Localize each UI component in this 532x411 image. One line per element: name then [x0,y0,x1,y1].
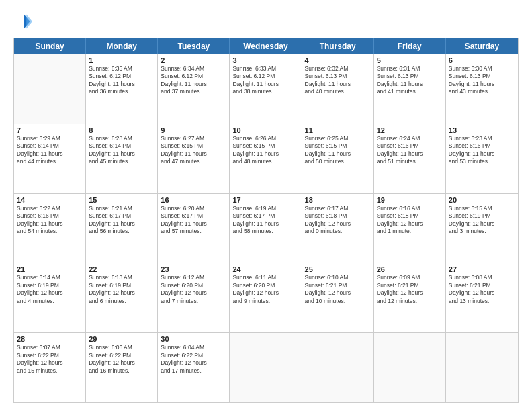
svg-marker-1 [26,15,32,29]
day-info: Sunrise: 6:15 AM Sunset: 6:19 PM Dayligh… [449,205,515,236]
day-cell-11: 11Sunrise: 6:25 AM Sunset: 6:15 PM Dayli… [302,124,374,193]
day-info: Sunrise: 6:31 AM Sunset: 6:13 PM Dayligh… [377,65,443,96]
day-cell-25: 25Sunrise: 6:10 AM Sunset: 6:21 PM Dayli… [302,263,374,332]
day-info: Sunrise: 6:16 AM Sunset: 6:18 PM Dayligh… [377,205,443,236]
day-cell-18: 18Sunrise: 6:17 AM Sunset: 6:18 PM Dayli… [302,194,374,263]
day-cell-8: 8Sunrise: 6:28 AM Sunset: 6:14 PM Daylig… [86,124,158,193]
day-number: 4 [305,56,371,64]
day-cell-5: 5Sunrise: 6:31 AM Sunset: 6:13 PM Daylig… [374,54,446,124]
calendar-row-4: 28Sunrise: 6:07 AM Sunset: 6:22 PM Dayli… [14,332,518,402]
day-number: 21 [17,265,83,273]
day-number: 1 [89,56,154,64]
day-number: 17 [232,196,298,204]
day-number: 28 [17,335,83,343]
day-info: Sunrise: 6:35 AM Sunset: 6:12 PM Dayligh… [89,65,154,96]
day-info: Sunrise: 6:28 AM Sunset: 6:14 PM Dayligh… [89,135,154,166]
weekday-header-monday: Monday [86,38,158,54]
day-info: Sunrise: 6:11 AM Sunset: 6:20 PM Dayligh… [232,274,298,305]
day-number: 25 [305,265,371,273]
day-cell-22: 22Sunrise: 6:13 AM Sunset: 6:19 PM Dayli… [86,263,158,332]
calendar-row-0: 1Sunrise: 6:35 AM Sunset: 6:12 PM Daylig… [14,54,518,124]
day-info: Sunrise: 6:17 AM Sunset: 6:18 PM Dayligh… [305,205,371,236]
weekday-header-thursday: Thursday [302,38,374,54]
day-number: 8 [89,126,154,134]
day-number: 24 [232,265,298,273]
day-info: Sunrise: 6:24 AM Sunset: 6:16 PM Dayligh… [377,135,443,166]
header [13,12,519,31]
day-number: 30 [161,335,226,343]
day-info: Sunrise: 6:13 AM Sunset: 6:19 PM Dayligh… [89,274,154,305]
calendar: SundayMondayTuesdayWednesdayThursdayFrid… [13,38,519,403]
day-number: 16 [161,196,226,204]
day-info: Sunrise: 6:26 AM Sunset: 6:15 PM Dayligh… [232,135,298,166]
day-info: Sunrise: 6:29 AM Sunset: 6:14 PM Dayligh… [17,135,83,166]
day-cell-15: 15Sunrise: 6:21 AM Sunset: 6:17 PM Dayli… [86,194,158,263]
day-info: Sunrise: 6:34 AM Sunset: 6:12 PM Dayligh… [161,65,226,96]
day-number: 3 [232,56,298,64]
day-number: 13 [449,126,515,134]
weekday-header-friday: Friday [374,38,446,54]
day-cell-24: 24Sunrise: 6:11 AM Sunset: 6:20 PM Dayli… [230,263,302,332]
day-number: 5 [377,56,443,64]
page: SundayMondayTuesdayWednesdayThursdayFrid… [0,0,532,411]
day-cell-26: 26Sunrise: 6:09 AM Sunset: 6:21 PM Dayli… [374,263,446,332]
day-info: Sunrise: 6:08 AM Sunset: 6:21 PM Dayligh… [449,274,515,305]
day-info: Sunrise: 6:22 AM Sunset: 6:16 PM Dayligh… [17,205,83,236]
day-info: Sunrise: 6:25 AM Sunset: 6:15 PM Dayligh… [305,135,371,166]
calendar-row-1: 7Sunrise: 6:29 AM Sunset: 6:14 PM Daylig… [14,124,518,193]
day-cell-19: 19Sunrise: 6:16 AM Sunset: 6:18 PM Dayli… [374,194,446,263]
day-info: Sunrise: 6:14 AM Sunset: 6:19 PM Dayligh… [17,274,83,305]
day-info: Sunrise: 6:04 AM Sunset: 6:22 PM Dayligh… [161,344,226,375]
day-number: 12 [377,126,443,134]
day-cell-14: 14Sunrise: 6:22 AM Sunset: 6:16 PM Dayli… [14,194,86,263]
day-cell-21: 21Sunrise: 6:14 AM Sunset: 6:19 PM Dayli… [14,263,86,332]
day-number: 26 [377,265,443,273]
empty-cell [446,333,518,402]
day-number: 15 [89,196,154,204]
day-info: Sunrise: 6:20 AM Sunset: 6:17 PM Dayligh… [161,205,226,236]
day-number: 23 [161,265,226,273]
weekday-header-saturday: Saturday [446,38,518,54]
day-cell-1: 1Sunrise: 6:35 AM Sunset: 6:12 PM Daylig… [86,54,158,124]
calendar-row-2: 14Sunrise: 6:22 AM Sunset: 6:16 PM Dayli… [14,193,518,263]
day-info: Sunrise: 6:32 AM Sunset: 6:13 PM Dayligh… [305,65,371,96]
day-cell-28: 28Sunrise: 6:07 AM Sunset: 6:22 PM Dayli… [14,333,86,402]
day-cell-29: 29Sunrise: 6:06 AM Sunset: 6:22 PM Dayli… [86,333,158,402]
calendar-row-3: 21Sunrise: 6:14 AM Sunset: 6:19 PM Dayli… [14,263,518,332]
weekday-header-sunday: Sunday [14,38,86,54]
day-cell-6: 6Sunrise: 6:30 AM Sunset: 6:13 PM Daylig… [446,54,518,124]
day-cell-20: 20Sunrise: 6:15 AM Sunset: 6:19 PM Dayli… [446,194,518,263]
day-info: Sunrise: 6:12 AM Sunset: 6:20 PM Dayligh… [161,274,226,305]
day-info: Sunrise: 6:21 AM Sunset: 6:17 PM Dayligh… [89,205,154,236]
weekday-header-wednesday: Wednesday [230,38,302,54]
day-number: 7 [17,126,83,134]
day-number: 14 [17,196,83,204]
calendar-body: 1Sunrise: 6:35 AM Sunset: 6:12 PM Daylig… [14,54,518,402]
day-number: 9 [161,126,226,134]
day-cell-9: 9Sunrise: 6:27 AM Sunset: 6:15 PM Daylig… [158,124,230,193]
day-number: 22 [89,265,154,273]
day-number: 27 [449,265,515,273]
weekday-header-tuesday: Tuesday [158,38,230,54]
empty-cell [374,333,446,402]
day-cell-17: 17Sunrise: 6:19 AM Sunset: 6:17 PM Dayli… [230,194,302,263]
day-cell-2: 2Sunrise: 6:34 AM Sunset: 6:12 PM Daylig… [158,54,230,124]
logo [13,12,34,31]
day-info: Sunrise: 6:27 AM Sunset: 6:15 PM Dayligh… [161,135,226,166]
day-info: Sunrise: 6:10 AM Sunset: 6:21 PM Dayligh… [305,274,371,305]
empty-cell [14,54,86,124]
day-info: Sunrise: 6:23 AM Sunset: 6:16 PM Dayligh… [449,135,515,166]
empty-cell [230,333,302,402]
day-cell-27: 27Sunrise: 6:08 AM Sunset: 6:21 PM Dayli… [446,263,518,332]
empty-cell [302,333,374,402]
day-info: Sunrise: 6:07 AM Sunset: 6:22 PM Dayligh… [17,344,83,375]
day-info: Sunrise: 6:33 AM Sunset: 6:12 PM Dayligh… [232,65,298,96]
day-cell-13: 13Sunrise: 6:23 AM Sunset: 6:16 PM Dayli… [446,124,518,193]
day-cell-4: 4Sunrise: 6:32 AM Sunset: 6:13 PM Daylig… [302,54,374,124]
generalblue-icon [13,12,32,31]
day-cell-23: 23Sunrise: 6:12 AM Sunset: 6:20 PM Dayli… [158,263,230,332]
day-cell-16: 16Sunrise: 6:20 AM Sunset: 6:17 PM Dayli… [158,194,230,263]
day-number: 6 [449,56,515,64]
day-info: Sunrise: 6:19 AM Sunset: 6:17 PM Dayligh… [232,205,298,236]
day-cell-30: 30Sunrise: 6:04 AM Sunset: 6:22 PM Dayli… [158,333,230,402]
